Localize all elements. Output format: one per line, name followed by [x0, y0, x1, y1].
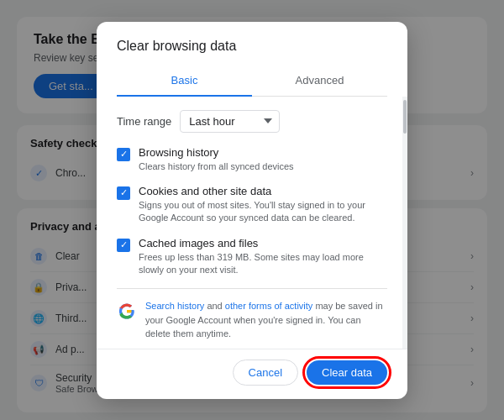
browsing-history-desc: Clears history from all synced devices — [139, 160, 387, 173]
browsing-history-text: Browsing history Clears history from all… — [139, 146, 387, 173]
tab-basic[interactable]: Basic — [117, 66, 252, 97]
checkbox-cookies[interactable]: ✓ — [117, 186, 130, 200]
browsing-history-title: Browsing history — [139, 146, 387, 159]
tab-advanced[interactable]: Advanced — [252, 66, 387, 97]
dialog-header: Clear browsing data Basic Advanced — [97, 22, 407, 97]
checkmark-icon-2: ✓ — [120, 187, 128, 198]
time-range-row: Time range Last hour Last 24 hours Last … — [117, 110, 387, 133]
checkbox-item-cookies: ✓ Cookies and other site data Signs you … — [117, 185, 387, 225]
checkmark-icon: ✓ — [120, 149, 128, 160]
google-g-icon — [117, 301, 137, 321]
cookies-title: Cookies and other site data — [139, 185, 387, 197]
cookies-text: Cookies and other site data Signs you ou… — [139, 185, 387, 225]
google-notice-text: Search history and other forms of activi… — [145, 299, 387, 341]
clear-browsing-dialog: Clear browsing data Basic Advanced Time … — [97, 22, 407, 399]
google-notice: Search history and other forms of activi… — [117, 288, 387, 341]
checkbox-browsing-history[interactable]: ✓ — [117, 148, 130, 161]
cached-title: Cached images and files — [139, 237, 387, 249]
checkmark-icon-3: ✓ — [120, 239, 128, 250]
checkbox-item-cached: ✓ Cached images and files Frees up less … — [117, 237, 387, 277]
dialog-tabs: Basic Advanced — [117, 66, 387, 97]
dialog-body: Time range Last hour Last 24 hours Last … — [97, 97, 407, 349]
other-forms-link[interactable]: other forms of activity — [225, 301, 313, 311]
time-range-label: Time range — [117, 115, 171, 128]
checkbox-cached[interactable]: ✓ — [117, 239, 130, 252]
modal-overlay: Clear browsing data Basic Advanced Time … — [0, 0, 504, 420]
time-range-select[interactable]: Last hour Last 24 hours Last 7 days Last… — [180, 110, 280, 133]
cancel-button[interactable]: Cancel — [233, 360, 298, 386]
scrollbar-thumb — [403, 100, 407, 134]
cached-text: Cached images and files Frees up less th… — [139, 237, 387, 277]
clear-data-button[interactable]: Clear data — [307, 360, 387, 385]
cookies-desc: Signs you out of most sites. You'll stay… — [139, 199, 387, 225]
dialog-title: Clear browsing data — [117, 39, 387, 54]
cached-desc: Frees up less than 319 MB. Some sites ma… — [139, 251, 387, 277]
checkbox-item-browsing-history: ✓ Browsing history Clears history from a… — [117, 146, 387, 173]
google-notice-and: and — [207, 301, 224, 311]
search-history-link[interactable]: Search history — [145, 301, 204, 311]
scrollbar-track[interactable] — [402, 97, 407, 349]
dialog-footer: Cancel Clear data — [97, 349, 407, 399]
